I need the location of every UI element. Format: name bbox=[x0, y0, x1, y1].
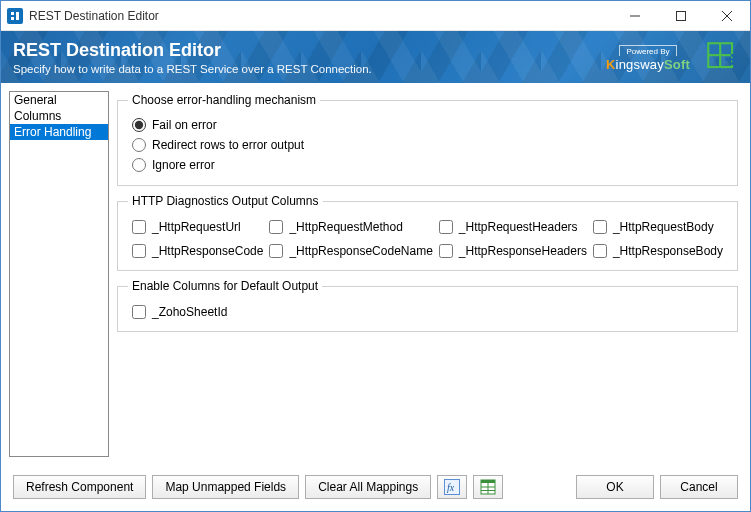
banner-subtitle: Specify how to write data to a REST Serv… bbox=[13, 63, 372, 75]
close-button[interactable] bbox=[704, 1, 750, 31]
sidebar-item-error-handling[interactable]: Error Handling bbox=[10, 124, 108, 140]
app-icon bbox=[7, 8, 23, 24]
radio-ignore-error[interactable]: Ignore error bbox=[128, 155, 727, 175]
default-output-group: Enable Columns for Default Output _ZohoS… bbox=[117, 279, 738, 332]
columns-icon bbox=[480, 479, 496, 495]
check-http-request-url[interactable]: _HttpRequestUrl bbox=[132, 220, 263, 234]
content: Choose error-handling mechanism Fail on … bbox=[115, 91, 742, 457]
titlebar: REST Destination Editor bbox=[1, 1, 750, 31]
banner-title: REST Destination Editor bbox=[13, 40, 372, 61]
check-zoho-sheet-id[interactable]: _ZohoSheetId bbox=[132, 305, 723, 319]
radio-fail-on-error-input[interactable] bbox=[132, 118, 146, 132]
sidebar-item-general[interactable]: General bbox=[10, 92, 108, 108]
footer: Refresh Component Map Unmapped Fields Cl… bbox=[1, 465, 750, 511]
fx-icon: fx bbox=[444, 479, 460, 495]
check-http-request-method[interactable]: _HttpRequestMethod bbox=[269, 220, 432, 234]
window-title: REST Destination Editor bbox=[29, 9, 159, 23]
ok-button[interactable]: OK bbox=[576, 475, 654, 499]
body: General Columns Error Handling Choose er… bbox=[1, 83, 750, 465]
radio-ignore-error-input[interactable] bbox=[132, 158, 146, 172]
svg-rect-1 bbox=[677, 11, 686, 20]
sidebar-item-columns[interactable]: Columns bbox=[10, 108, 108, 124]
http-diagnostics-legend: HTTP Diagnostics Output Columns bbox=[128, 194, 323, 208]
check-http-request-body[interactable]: _HttpRequestBody bbox=[593, 220, 723, 234]
radio-redirect-rows[interactable]: Redirect rows to error output bbox=[128, 135, 727, 155]
refresh-component-button[interactable]: Refresh Component bbox=[13, 475, 146, 499]
error-handling-group: Choose error-handling mechanism Fail on … bbox=[117, 93, 738, 186]
columns-button[interactable] bbox=[473, 475, 503, 499]
check-http-response-code[interactable]: _HttpResponseCode bbox=[132, 244, 263, 258]
maximize-button[interactable] bbox=[658, 1, 704, 31]
banner: REST Destination Editor Specify how to w… bbox=[1, 31, 750, 83]
minimize-button[interactable] bbox=[612, 1, 658, 31]
radio-fail-on-error[interactable]: Fail on error bbox=[128, 115, 727, 135]
clear-all-mappings-button[interactable]: Clear All Mappings bbox=[305, 475, 431, 499]
http-diagnostics-group: HTTP Diagnostics Output Columns _HttpReq… bbox=[117, 194, 738, 271]
check-http-request-headers[interactable]: _HttpRequestHeaders bbox=[439, 220, 587, 234]
check-http-response-headers[interactable]: _HttpResponseHeaders bbox=[439, 244, 587, 258]
svg-rect-0 bbox=[630, 15, 640, 16]
default-output-legend: Enable Columns for Default Output bbox=[128, 279, 322, 293]
component-icon bbox=[704, 39, 738, 76]
sidebar[interactable]: General Columns Error Handling bbox=[9, 91, 109, 457]
window: REST Destination Editor REST Destination… bbox=[0, 0, 751, 512]
error-handling-legend: Choose error-handling mechanism bbox=[128, 93, 320, 107]
check-http-response-code-name[interactable]: _HttpResponseCodeName bbox=[269, 244, 432, 258]
fx-button[interactable]: fx bbox=[437, 475, 467, 499]
cancel-button[interactable]: Cancel bbox=[660, 475, 738, 499]
map-unmapped-fields-button[interactable]: Map Unmapped Fields bbox=[152, 475, 299, 499]
radio-redirect-rows-input[interactable] bbox=[132, 138, 146, 152]
check-http-response-body[interactable]: _HttpResponseBody bbox=[593, 244, 723, 258]
kingswaysoft-logo: Powered By KingswaySoft bbox=[606, 43, 690, 72]
svg-text:fx: fx bbox=[447, 482, 455, 493]
